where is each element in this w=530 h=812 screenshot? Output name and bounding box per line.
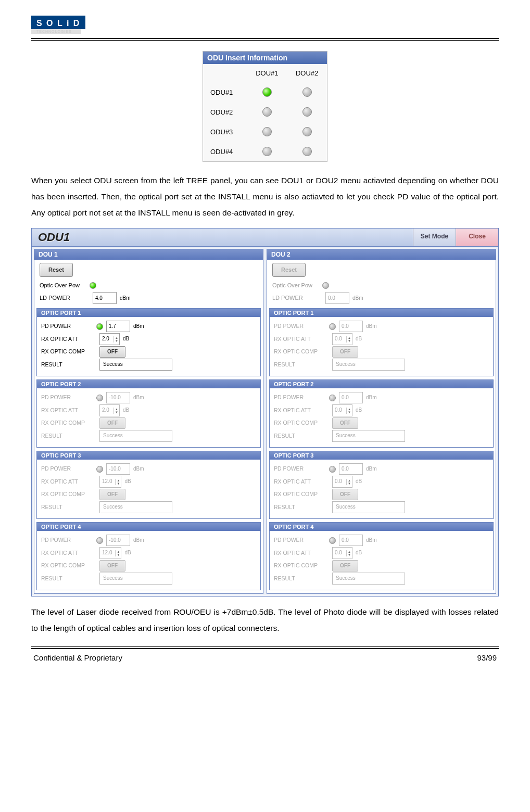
status-led <box>96 537 103 544</box>
status-led[interactable] <box>262 127 272 136</box>
rx-optic-comp-button: OFF <box>332 560 358 572</box>
dou-title: DOU 1 <box>34 249 263 260</box>
unit-db: dB <box>124 548 131 558</box>
row-label: ODU#2 <box>203 102 247 122</box>
close-button[interactable]: Close <box>456 229 498 246</box>
unit-dbm: dBm <box>366 536 377 545</box>
odu-insert-panel: ODU Insert Information DOU#1 DOU#2 ODU#1… <box>203 51 327 162</box>
pd-power-label: PD POWER <box>41 321 93 331</box>
status-led[interactable] <box>302 107 312 117</box>
port-title: OPTIC PORT 3 <box>270 451 493 460</box>
result-value: Success <box>332 501 405 513</box>
footer-left: Confidential & Proprietary <box>33 653 122 662</box>
pd-power-value: -10.0 <box>106 463 130 475</box>
status-led[interactable] <box>262 87 272 97</box>
rx-optic-att-label: RX OPTIC ATT <box>274 548 326 558</box>
logo: S O L i D TECHNOLOGIES <box>31 16 499 34</box>
status-led <box>329 466 336 473</box>
pd-power-value: 0.0 <box>339 535 363 547</box>
rx-optic-comp-label: RX OPTIC COMP <box>274 418 326 428</box>
rx-optic-att-value: 2.0 <box>100 405 113 416</box>
unit-db: dB <box>124 477 131 487</box>
status-led <box>96 466 103 473</box>
status-led[interactable] <box>262 147 272 156</box>
optic-port: OPTIC PORT 4 PD POWER -10.0 dBm RX OPTIC… <box>36 522 261 590</box>
rx-optic-att-value: 12.0 <box>100 548 115 559</box>
result-value: Success <box>332 430 405 442</box>
paragraph: The level of Laser diode received from R… <box>31 604 499 636</box>
rx-optic-comp-button: OFF <box>332 417 358 429</box>
table-row: ODU#4 <box>203 142 327 161</box>
rx-optic-att-label: RX OPTIC ATT <box>41 477 93 487</box>
rx-optic-att-label: RX OPTIC ATT <box>274 334 326 344</box>
row-label: ODU#3 <box>203 122 247 142</box>
unit-db: dB <box>123 334 129 344</box>
rx-optic-comp-label: RX OPTIC COMP <box>274 489 326 499</box>
status-led[interactable] <box>302 127 312 136</box>
port-title: OPTIC PORT 3 <box>37 451 260 460</box>
pd-power-label: PD POWER <box>274 535 326 545</box>
port-body: PD POWER 0.0 dBm RX OPTIC ATT 0.0 ▲▼ dB … <box>270 460 493 518</box>
status-led[interactable] <box>262 107 272 117</box>
odu1-panel: ODU1 Set Mode Close DOU 1 Reset Optic Ov… <box>31 228 499 597</box>
port-title: OPTIC PORT 4 <box>270 523 493 531</box>
set-mode-button[interactable]: Set Mode <box>413 229 456 246</box>
rx-optic-comp-label: RX OPTIC COMP <box>41 561 93 570</box>
pd-power-value: 1.7 <box>106 321 130 333</box>
port-title: OPTIC PORT 4 <box>37 523 260 531</box>
logo-main: S O L i D <box>31 16 85 29</box>
port-title: OPTIC PORT 1 <box>270 309 493 317</box>
pd-power-label: PD POWER <box>274 464 326 474</box>
rx-optic-comp-button: OFF <box>99 417 125 429</box>
pd-power-label: PD POWER <box>274 321 326 331</box>
spinner-arrows-icon[interactable]: ▲▼ <box>113 336 119 342</box>
rx-optic-att-value: 0.0 <box>333 405 346 416</box>
reset-button[interactable]: Reset <box>40 263 73 277</box>
table-row: ODU#1 <box>203 82 327 102</box>
pd-power-value: -10.0 <box>106 392 130 404</box>
dou-top: Reset Optic Over Pow LD POWER 4.0 dBm <box>34 260 263 308</box>
rx-optic-comp-label: RX OPTIC COMP <box>274 561 326 570</box>
unit-dbm: dBm <box>352 293 363 303</box>
rx-optic-att-spinner: 12.0 ▲▼ <box>99 547 121 559</box>
optic-over-pow-label: Optic Over Pow <box>40 280 86 291</box>
status-led <box>322 282 329 289</box>
result-label: RESULT <box>274 360 326 370</box>
divider <box>31 38 499 39</box>
odu-header: ODU1 Set Mode Close <box>32 229 498 247</box>
divider <box>31 40 499 41</box>
optic-port: OPTIC PORT 2 PD POWER -10.0 dBm RX OPTIC… <box>36 379 261 448</box>
rx-optic-att-label: RX OPTIC ATT <box>274 477 326 487</box>
col-header: DOU#1 <box>247 64 287 82</box>
rx-optic-comp-button[interactable]: OFF <box>99 346 125 358</box>
optic-over-pow-label: Optic Over Pow <box>272 280 319 291</box>
spinner-arrows-icon: ▲▼ <box>113 408 119 414</box>
port-body: PD POWER 0.0 dBm RX OPTIC ATT 0.0 ▲▼ dB … <box>270 317 493 376</box>
port-body: PD POWER -10.0 dBm RX OPTIC ATT 12.0 ▲▼ … <box>37 531 260 590</box>
rx-optic-comp-label: RX OPTIC COMP <box>41 418 93 428</box>
pd-power-value: 0.0 <box>339 392 363 404</box>
pd-power-label: PD POWER <box>274 392 326 402</box>
rx-optic-att-value: 2.0 <box>100 334 113 345</box>
result-label: RESULT <box>274 431 326 441</box>
status-led[interactable] <box>302 87 312 97</box>
optic-port: OPTIC PORT 3 PD POWER -10.0 dBm RX OPTIC… <box>36 451 261 519</box>
optic-port: OPTIC PORT 3 PD POWER 0.0 dBm RX OPTIC A… <box>269 451 494 519</box>
rx-optic-att-label: RX OPTIC ATT <box>41 548 93 558</box>
rx-optic-comp-button: OFF <box>99 489 125 501</box>
panel-title: ODU Insert Information <box>203 52 327 64</box>
spinner-arrows-icon: ▲▼ <box>346 479 352 485</box>
rx-optic-att-label: RX OPTIC ATT <box>41 334 93 344</box>
status-led[interactable] <box>302 147 312 156</box>
port-body: PD POWER 1.7 dBm RX OPTIC ATT 2.0 ▲▼ dB … <box>37 317 260 376</box>
result-label: RESULT <box>41 431 93 441</box>
table-row: ODU#2 <box>203 102 327 122</box>
status-led <box>329 323 336 330</box>
divider <box>31 646 499 647</box>
rx-optic-att-spinner[interactable]: 2.0 ▲▼ <box>99 333 120 345</box>
rx-optic-att-value: 0.0 <box>333 548 346 559</box>
odu-title: ODU1 <box>32 229 413 246</box>
pd-power-value: 0.0 <box>339 321 363 333</box>
result-value: Success <box>99 573 172 585</box>
rx-optic-att-spinner: 2.0 ▲▼ <box>99 404 120 416</box>
